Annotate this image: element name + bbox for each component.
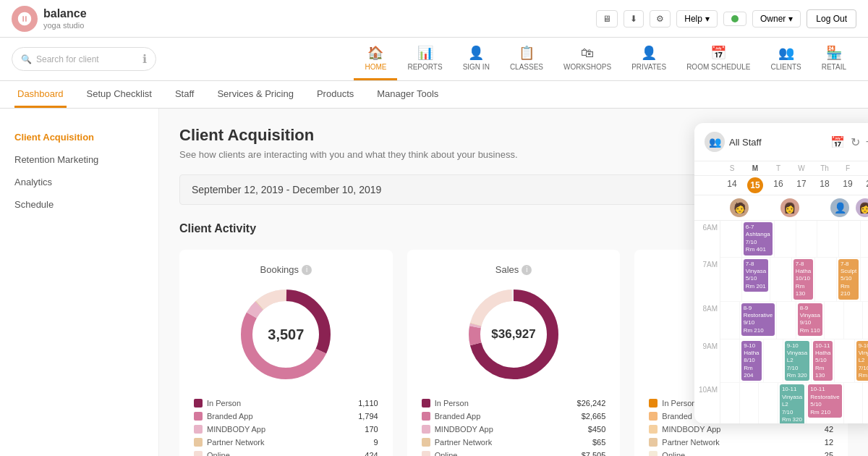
- calendar-body: 6AM 6-7Ashtanga7/10Rm 401 7AM: [694, 221, 868, 423]
- subnav-manager-tools[interactable]: Manager Tools: [374, 81, 441, 108]
- bookings-label: Bookings: [260, 264, 299, 275]
- sales-donut: $36,927: [463, 284, 564, 385]
- event-vinyasa-l2-9b: 9-10Vinyasa L27/10Rm 230: [856, 341, 868, 381]
- legend-in-person: In Person 1,110: [194, 397, 378, 410]
- status-button[interactable]: [723, 12, 746, 26]
- room-schedule-icon: 📅: [710, 45, 726, 61]
- logo-icon: [12, 6, 38, 32]
- retail-icon: 🏪: [826, 45, 842, 61]
- sidebar-item-client-acquisition[interactable]: Client Acquisition: [14, 126, 144, 148]
- sub-nav: Dashboard Setup Checklist Staff Services…: [0, 81, 868, 109]
- all-staff-selector[interactable]: 👥 All Staff: [705, 132, 762, 152]
- nav-bar: 🔍 Search for client ℹ 🏠 HOME 📊 REPORTS 👤…: [0, 38, 868, 81]
- event-vinyasa-7: 7-8Vinyasa5/10Rm 201: [744, 259, 768, 292]
- logout-button[interactable]: Log Out: [807, 9, 856, 28]
- sales-value: $36,927: [491, 327, 535, 342]
- event-hatha-9: 9-10Hatha8/10Rm 204: [741, 341, 761, 381]
- main-layout: Client Acquisition Retention Marketing A…: [0, 109, 868, 456]
- calendar-day-headers: S M T W Th F S: [694, 161, 868, 176]
- nav-tabs: 🏠 HOME 📊 REPORTS 👤 SIGN IN 📋 CLASSES 🛍 W…: [354, 38, 856, 80]
- event-hatha-9b: 10-11Hatha5/10Rm 130: [813, 341, 833, 381]
- search-icon: 🔍: [21, 54, 32, 64]
- brand-sub: yoga studio: [43, 21, 87, 30]
- download-btn[interactable]: ⬇: [624, 10, 644, 28]
- subnav-staff[interactable]: Staff: [172, 81, 197, 108]
- sales-legend-branded: Branded App $2,665: [422, 410, 606, 423]
- refresh-icon[interactable]: ↻: [851, 135, 860, 149]
- calendar-icon[interactable]: 📅: [830, 135, 845, 149]
- sidebar-item-analytics[interactable]: Analytics: [14, 171, 144, 193]
- subnav-dashboard[interactable]: Dashboard: [14, 81, 67, 108]
- event-restorative-8: 8-9Restorative9/10Rm 210: [741, 303, 775, 337]
- signin-icon: 👤: [468, 45, 484, 61]
- notification-btn[interactable]: 🖥: [596, 10, 618, 28]
- today-date: 15: [747, 177, 763, 193]
- mobile-calendar-overlay: 👥 All Staff 📅 ↻ + S M T W Th F S: [694, 123, 868, 423]
- search-box[interactable]: 🔍 Search for client ℹ: [12, 47, 156, 71]
- tab-clients[interactable]: 👥 CLIENTS: [760, 38, 811, 80]
- mobile-header-actions: 📅 ↻ +: [830, 135, 868, 149]
- tab-privates[interactable]: 👤 PRIVATES: [621, 38, 676, 80]
- event-hatha-7: 7-8Hatha10/10Rm 130: [793, 259, 813, 300]
- time-row-6am: 6AM 6-7Ashtanga7/10Rm 401: [694, 221, 868, 258]
- tab-reports[interactable]: 📊 REPORTS: [397, 38, 452, 80]
- sidebar-item-retention-marketing[interactable]: Retention Marketing: [14, 148, 144, 171]
- sales-label: Sales: [495, 264, 519, 275]
- sales-legend-in-person: In Person $26,242: [422, 397, 606, 410]
- help-button[interactable]: Help ▾: [676, 10, 718, 28]
- home-icon: 🏠: [367, 45, 383, 61]
- all-staff-label: All Staff: [729, 137, 762, 148]
- event-restorative-10: 10-11Restorative5/10Rm 210: [808, 384, 841, 418]
- brand-name: balance: [43, 7, 87, 20]
- avatar-4: 👩: [856, 198, 868, 217]
- clients-icon: 👥: [778, 45, 794, 61]
- sales-info-icon[interactable]: i: [522, 265, 532, 275]
- tab-home[interactable]: 🏠 HOME: [354, 38, 397, 80]
- info-icon: ℹ: [142, 52, 147, 66]
- sidebar-item-schedule[interactable]: Schedule: [14, 193, 144, 216]
- main-content: Client Acquisition See how clients are i…: [159, 109, 868, 456]
- bookings-legend: In Person 1,110 Branded App 1,794 MINDBO…: [194, 397, 378, 456]
- intro-legend-online: Online 25: [649, 449, 833, 456]
- event-vinyasa-8: 8-9Vinyasa9/10Rm 110: [798, 303, 822, 337]
- top-bar: balance yoga studio 🖥 ⬇ ⚙ Help ▾ Owner ▾…: [0, 0, 868, 38]
- add-icon[interactable]: +: [866, 135, 868, 148]
- sales-legend-mindbody: MINDBODY App $450: [422, 423, 606, 436]
- legend-mindbody: MINDBODY App 170: [194, 423, 378, 436]
- tab-classes[interactable]: 📋 CLASSES: [500, 38, 553, 80]
- sales-legend: In Person $26,242 Branded App $2,665 MIN…: [422, 397, 606, 456]
- legend-online: Online 424: [194, 449, 378, 456]
- search-placeholder: Search for client: [36, 54, 99, 64]
- tab-sign-in[interactable]: 👤 SIGN IN: [453, 38, 500, 80]
- settings-btn[interactable]: ⚙: [650, 10, 671, 28]
- avatar-1: 🧑: [730, 198, 749, 217]
- event-vinyasa-l2-10: 10-11Vinyasa L27/10Rm 320: [780, 384, 804, 423]
- subnav-setup-checklist[interactable]: Setup Checklist: [84, 81, 155, 108]
- legend-branded: Branded App 1,794: [194, 410, 378, 423]
- search-area: 🔍 Search for client ℹ: [12, 38, 171, 80]
- owner-button[interactable]: Owner ▾: [752, 10, 801, 28]
- tab-retail[interactable]: 🏪 RETAIL: [812, 38, 856, 80]
- bookings-info-icon[interactable]: i: [302, 265, 312, 275]
- subnav-services-pricing[interactable]: Services & Pricing: [214, 81, 296, 108]
- calendar-date-row: 14 15 16 17 18 19 20: [694, 176, 868, 195]
- bookings-donut: 3,507: [235, 284, 336, 385]
- metric-bookings: Bookings i: [179, 250, 393, 456]
- privates-icon: 👤: [641, 45, 657, 61]
- event-vinyasa-l2-9: 9-10Vinyasa L27/10Rm 320: [785, 341, 809, 381]
- staff-avatars: 🧑 👩 👤 👩: [694, 195, 868, 221]
- time-row-9am: 9AM 9-10Hatha8/10Rm 204 9-10Vinyasa L27/…: [694, 339, 868, 384]
- tab-room-schedule[interactable]: 📅 ROOM SCHEDULE: [676, 38, 760, 80]
- workshops-icon: 🛍: [581, 46, 594, 61]
- bookings-value: 3,507: [268, 326, 304, 343]
- time-row-10am: 10AM 10-11Vinyasa L27/10Rm 320 10-11Rest…: [694, 383, 868, 423]
- reports-icon: 📊: [417, 45, 433, 61]
- metric-sales: Sales i $36,927 In Pe: [407, 250, 621, 456]
- logo-area: balance yoga studio: [12, 6, 87, 32]
- legend-partner: Partner Network 9: [194, 436, 378, 449]
- intro-legend-partner: Partner Network 12: [649, 436, 833, 449]
- status-indicator: [731, 15, 739, 22]
- subnav-products[interactable]: Products: [314, 81, 357, 108]
- sidebar: Client Acquisition Retention Marketing A…: [0, 109, 159, 456]
- tab-workshops[interactable]: 🛍 WORKSHOPS: [553, 38, 621, 80]
